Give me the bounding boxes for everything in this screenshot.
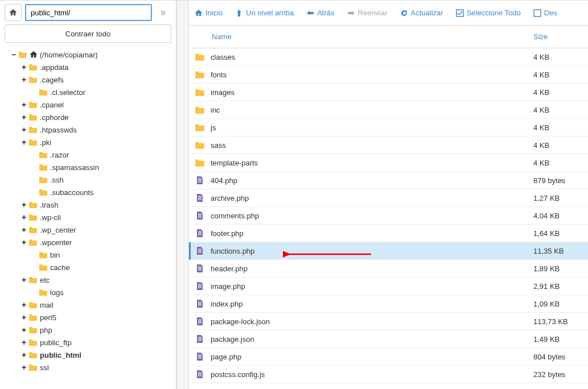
tree-toggle[interactable]: +: [20, 300, 27, 309]
tree-toggle[interactable]: +: [20, 138, 27, 147]
file-row[interactable]: index.php 1,09 KB: [189, 295, 588, 313]
tree-item[interactable]: + mail: [2, 299, 174, 311]
panel-divider[interactable]: [176, 1, 189, 389]
tree-item[interactable]: + ssl: [2, 361, 174, 374]
folder-icon: [28, 238, 38, 246]
file-icon: [194, 351, 206, 362]
file-row[interactable]: js 4 KB: [189, 119, 588, 136]
column-size-header[interactable]: Size: [533, 32, 582, 41]
go-button[interactable]: Ir: [155, 4, 171, 21]
seleccione-todo-button[interactable]: Seleccione Todo: [456, 9, 521, 17]
tree-toggle[interactable]: +: [20, 63, 27, 72]
nivel-arriba-button[interactable]: Un nivel arriba: [235, 9, 294, 17]
folder-icon: [194, 86, 206, 98]
tree-item[interactable]: + .appdata: [2, 61, 174, 73]
tree-item[interactable]: .subaccounts: [2, 186, 174, 198]
file-row[interactable]: fonts 4 KB: [189, 66, 588, 84]
tree-item[interactable]: + .pki: [2, 136, 174, 148]
tree-toggle[interactable]: +: [20, 313, 27, 322]
tree-toggle[interactable]: +: [20, 338, 27, 347]
tree-toggle[interactable]: +: [20, 350, 27, 359]
tree-item[interactable]: bin: [2, 249, 174, 261]
tree-item[interactable]: + .htpasswds: [2, 123, 174, 136]
file-row[interactable]: archive.php 1,27 KB: [189, 189, 588, 207]
home-icon: [9, 9, 17, 16]
tree-item[interactable]: + .cagefs: [2, 73, 174, 86]
actualizar-button[interactable]: Actualizar: [400, 9, 443, 17]
tree-toggle[interactable]: +: [20, 75, 27, 84]
tree-item[interactable]: + .cphorde: [2, 111, 174, 123]
folder-icon: [28, 126, 38, 134]
tree-label: php: [40, 326, 52, 334]
tree-item[interactable]: + public_html: [2, 349, 174, 361]
file-row[interactable]: functions.php 11,35 KB: [189, 242, 588, 260]
file-name: fonts: [211, 71, 533, 79]
tree-toggle[interactable]: +: [20, 200, 27, 209]
tree-toggle[interactable]: +: [20, 113, 27, 122]
tree-item[interactable]: + .wp-cli: [2, 211, 174, 224]
file-row[interactable]: inc 4 KB: [189, 101, 588, 119]
collapse-all-button[interactable]: Contraer todo: [5, 24, 171, 43]
tree-item[interactable]: + .wp_center: [2, 224, 174, 236]
file-row[interactable]: page.php 804 bytes: [189, 348, 588, 366]
tree-item[interactable]: .spamassassin: [2, 161, 174, 173]
tree-item[interactable]: + .wpcenter: [2, 236, 174, 249]
tree-item[interactable]: + etc: [2, 274, 174, 286]
tree-toggle[interactable]: +: [20, 238, 27, 247]
deseleccione-button[interactable]: Des: [533, 9, 557, 17]
file-row[interactable]: template-parts 4 KB: [189, 154, 588, 172]
column-name-header[interactable]: Name: [209, 32, 533, 41]
tree-toggle[interactable]: +: [20, 363, 27, 372]
file-row[interactable]: image.php 2,91 KB: [189, 278, 588, 295]
folder-open-icon: [18, 51, 27, 59]
tree-toggle[interactable]: −: [10, 50, 17, 59]
tree-item[interactable]: + .cpanel: [2, 98, 174, 111]
tree-label: .cphorde: [40, 113, 69, 122]
file-name: template-parts: [211, 159, 533, 167]
file-row[interactable]: package-lock.json 113,73 KB: [189, 313, 588, 330]
file-size: 113,73 KB: [533, 317, 582, 326]
file-row[interactable]: 404.php 879 bytes: [189, 172, 588, 189]
tree-toggle[interactable]: +: [20, 100, 27, 109]
file-name: js: [211, 123, 533, 132]
tree-toggle[interactable]: +: [20, 325, 27, 334]
file-row[interactable]: comments.php 4,04 KB: [189, 207, 588, 225]
reenviar-button: Reenviar: [347, 9, 388, 17]
file-row[interactable]: header.php 1,89 KB: [189, 260, 588, 278]
tree-item[interactable]: cache: [2, 261, 174, 274]
file-icon: [194, 263, 206, 274]
tree-toggle[interactable]: +: [20, 125, 27, 134]
tree-toggle[interactable]: +: [20, 275, 27, 284]
tree-item[interactable]: logs: [2, 286, 174, 299]
file-size: 4 KB: [533, 88, 582, 97]
tree-item[interactable]: + perl5: [2, 311, 174, 324]
file-row[interactable]: postcss.config.js 232 bytes: [189, 366, 588, 383]
file-row[interactable]: images 4 KB: [189, 84, 588, 101]
inicio-button[interactable]: Inicio: [195, 9, 223, 17]
tree-item[interactable]: + .trash: [2, 198, 174, 211]
tree-item[interactable]: .cl.selector: [2, 86, 174, 98]
tree-item[interactable]: + php: [2, 324, 174, 336]
toolbar: Inicio Un nivel arriba Atrás Reenviar Ac…: [189, 1, 588, 26]
tree-item[interactable]: .ssh: [2, 173, 174, 186]
atras-button[interactable]: Atrás: [306, 9, 334, 17]
file-row[interactable]: footer.php 1,64 KB: [189, 225, 588, 242]
folder-icon: [194, 51, 206, 63]
file-size: 11,35 KB: [533, 247, 582, 255]
file-row[interactable]: classes 4 KB: [189, 48, 588, 66]
folder-icon: [39, 188, 48, 196]
path-input[interactable]: [25, 4, 152, 21]
file-row[interactable]: sass 4 KB: [189, 136, 588, 154]
folder-icon: [39, 151, 48, 159]
file-name: functions.php: [211, 247, 533, 255]
tree-item[interactable]: + public_ftp: [2, 336, 174, 349]
tree-item[interactable]: .razor: [2, 148, 174, 161]
folder-icon: [28, 301, 38, 309]
tree-root[interactable]: − (/home/copiamar): [2, 48, 174, 61]
tree-label: ssl: [40, 363, 49, 372]
tree-toggle[interactable]: +: [20, 213, 27, 222]
tree-toggle[interactable]: +: [20, 225, 27, 234]
file-row[interactable]: package.json 1,49 KB: [189, 330, 588, 348]
folder-icon: [39, 88, 48, 96]
home-button[interactable]: [5, 4, 22, 21]
